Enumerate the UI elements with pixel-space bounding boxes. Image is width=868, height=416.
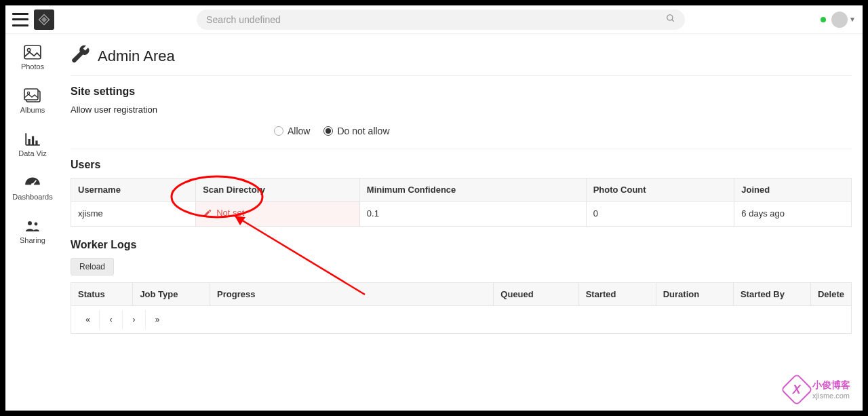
col-progress: Progress bbox=[210, 282, 494, 305]
sidebar-item-dashboards[interactable]: Dashboards bbox=[5, 171, 60, 205]
svg-rect-7 bbox=[24, 89, 38, 100]
radio-icon bbox=[323, 126, 333, 136]
svg-marker-1 bbox=[41, 16, 47, 22]
svg-rect-4 bbox=[24, 45, 41, 59]
watermark-text-domain: xjisme.com bbox=[812, 392, 850, 400]
svg-rect-11 bbox=[28, 139, 31, 145]
app-logo[interactable] bbox=[34, 10, 54, 30]
search-input[interactable] bbox=[206, 14, 666, 25]
photos-icon bbox=[24, 45, 41, 60]
col-photo-count: Photo Count bbox=[586, 178, 734, 202]
col-scan-directory: Scan Directory bbox=[196, 178, 360, 202]
svg-rect-12 bbox=[32, 136, 34, 145]
sidebar-item-albums[interactable]: Albums bbox=[5, 84, 60, 118]
sidebar: Photos Albums Data Viz Dashboards Sharin… bbox=[5, 34, 60, 411]
svg-point-2 bbox=[667, 15, 673, 20]
page-title: Admin Area bbox=[98, 48, 175, 65]
cell-username: xjisme bbox=[71, 202, 196, 227]
not-set-text: Not set bbox=[216, 208, 244, 218]
albums-icon bbox=[24, 88, 41, 103]
search-bar[interactable] bbox=[197, 10, 685, 30]
radio-label: Do not allow bbox=[337, 126, 389, 136]
section-heading-worker-logs: Worker Logs bbox=[71, 239, 852, 251]
watermark-text-cn: 小俊博客 bbox=[812, 379, 850, 392]
sidebar-item-label: Albums bbox=[20, 106, 45, 114]
worker-logs-table: Status Job Type Progress Queued Started … bbox=[71, 282, 852, 334]
wrench-icon bbox=[71, 45, 91, 67]
cell-joined: 6 days ago bbox=[734, 202, 852, 227]
sidebar-item-sharing[interactable]: Sharing bbox=[5, 214, 60, 248]
chart-icon bbox=[24, 132, 41, 147]
dashboard-icon bbox=[24, 175, 41, 190]
search-icon bbox=[666, 14, 675, 25]
setting-label-allow-registration: Allow user registration bbox=[71, 105, 852, 115]
col-status: Status bbox=[71, 282, 133, 305]
cell-photo-count: 0 bbox=[586, 202, 734, 227]
col-started-by: Started By bbox=[733, 282, 810, 305]
col-joined: Joined bbox=[734, 178, 852, 202]
radio-label: Allow bbox=[288, 126, 310, 136]
col-duration: Duration bbox=[656, 282, 733, 305]
status-indicator bbox=[821, 17, 826, 22]
chevron-down-icon: ▼ bbox=[849, 16, 856, 23]
radio-do-not-allow[interactable]: Do not allow bbox=[323, 126, 389, 136]
sidebar-item-label: Data Viz bbox=[18, 149, 46, 157]
page-next-button[interactable]: › bbox=[123, 310, 146, 329]
scan-directory-not-set-link[interactable]: Not set bbox=[203, 208, 244, 218]
col-username: Username bbox=[71, 178, 196, 202]
col-minimum-confidence: Minimum Confidence bbox=[359, 178, 586, 202]
cell-min-confidence: 0.1 bbox=[359, 202, 586, 227]
sharing-icon bbox=[24, 219, 41, 233]
section-heading-site-settings: Site settings bbox=[71, 86, 852, 98]
section-heading-users: Users bbox=[71, 159, 852, 171]
watermark-logo: X bbox=[781, 373, 813, 406]
sidebar-item-label: Dashboards bbox=[12, 193, 52, 201]
col-job-type: Job Type bbox=[133, 282, 210, 305]
col-started: Started bbox=[578, 282, 656, 305]
sidebar-item-dataviz[interactable]: Data Viz bbox=[5, 128, 60, 162]
col-delete: Delete bbox=[810, 282, 851, 305]
sidebar-item-label: Photos bbox=[21, 62, 44, 71]
users-table: Username Scan Directory Minimum Confiden… bbox=[71, 178, 852, 227]
svg-point-16 bbox=[28, 221, 32, 225]
page-last-button[interactable]: » bbox=[146, 310, 169, 329]
svg-line-3 bbox=[672, 20, 674, 22]
radio-icon bbox=[274, 126, 283, 136]
sidebar-item-photos[interactable]: Photos bbox=[5, 41, 60, 75]
allow-registration-radio-group: Allow Do not allow bbox=[71, 126, 852, 136]
svg-point-5 bbox=[27, 49, 30, 52]
page-prev-button[interactable]: ‹ bbox=[100, 310, 123, 329]
avatar bbox=[831, 12, 848, 28]
reload-button[interactable]: Reload bbox=[71, 258, 114, 276]
menu-toggle-button[interactable] bbox=[12, 13, 28, 26]
watermark: X 小俊博客 xjisme.com bbox=[785, 378, 850, 401]
user-menu[interactable]: ▼ bbox=[831, 12, 856, 28]
svg-rect-13 bbox=[35, 140, 37, 145]
main-content: Admin Area Site settings Allow user regi… bbox=[60, 34, 863, 411]
page-first-button[interactable]: « bbox=[77, 310, 100, 329]
table-row: xjisme Not set 0.1 0 6 days ago bbox=[71, 202, 852, 227]
col-queued: Queued bbox=[494, 282, 578, 305]
svg-point-17 bbox=[35, 223, 38, 226]
pagination: « ‹ › » bbox=[77, 310, 846, 329]
sidebar-item-label: Sharing bbox=[20, 236, 45, 244]
edit-icon bbox=[203, 208, 212, 218]
radio-allow[interactable]: Allow bbox=[274, 126, 310, 136]
top-bar: ▼ bbox=[5, 5, 863, 34]
